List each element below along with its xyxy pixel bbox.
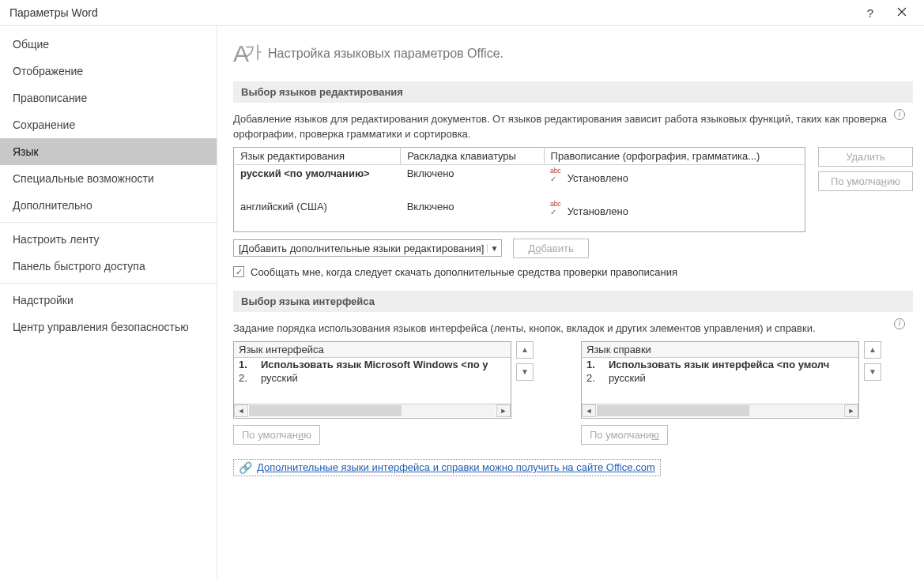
ui-language-list[interactable]: Язык интерфейса 1.Использовать язык Micr… [233, 341, 511, 419]
notify-download-checkbox[interactable]: ✓ [233, 266, 244, 277]
scroll-left-icon[interactable]: ◄ [234, 404, 248, 417]
titlebar: Параметры Word ? [0, 0, 924, 25]
scroll-right-icon[interactable]: ► [844, 404, 858, 417]
sidebar-item[interactable]: Сохранение [0, 111, 217, 138]
close-button[interactable] [886, 7, 918, 19]
chevron-down-icon: ▼ [487, 244, 501, 253]
ui-default-button[interactable]: По умолчанию [233, 425, 320, 445]
sidebar-item[interactable]: Общие [0, 31, 217, 58]
add-language-combo[interactable]: [Добавить дополнительные языки редактиро… [233, 239, 502, 257]
sidebar-item[interactable]: Правописание [0, 85, 217, 111]
sidebar-item[interactable]: Язык [0, 138, 217, 165]
language-logo-icon: A가 [233, 40, 257, 67]
delete-button[interactable]: Удалить [818, 147, 913, 167]
sidebar-item[interactable]: Специальные возможности [0, 165, 217, 192]
main-panel: A가 Настройка языковых параметров Office.… [217, 26, 924, 578]
move-down-button[interactable]: ▼ [516, 363, 534, 381]
h-scrollbar[interactable]: ◄ ► [234, 404, 511, 418]
link-icon: 🔗 [239, 461, 252, 474]
help-language-list-header: Язык справки [582, 342, 858, 358]
sidebar-item[interactable]: Настроить ленту [0, 226, 217, 253]
info-icon[interactable]: i [894, 109, 905, 120]
col-layout[interactable]: Раскладка клавиатуры [401, 147, 544, 164]
move-up-button[interactable]: ▲ [864, 341, 881, 359]
list-item[interactable]: 2.русский [582, 371, 858, 385]
list-item[interactable]: 1.Использовать язык Microsoft Windows <п… [234, 358, 511, 371]
list-item[interactable]: 1.Использовать язык интерфейса <по умолч [582, 358, 858, 371]
scroll-left-icon[interactable]: ◄ [582, 404, 596, 417]
list-item[interactable]: 2.русский [234, 371, 511, 385]
help-default-button[interactable]: По умолчанию [581, 425, 668, 445]
ui-language-list-header: Язык интерфейса [234, 342, 511, 358]
section-ui-language-header: Выбор языка интерфейса [233, 291, 913, 312]
proofing-icon: abc✓ [550, 167, 564, 183]
set-default-button[interactable]: По умолчанию [818, 171, 913, 191]
proofing-icon: abc✓ [550, 201, 564, 216]
add-language-button[interactable]: Добавить [513, 239, 589, 258]
notify-download-label: Сообщать мне, когда следует скачать допо… [251, 266, 677, 278]
sidebar-item[interactable]: Надстройки [0, 287, 217, 314]
move-down-button[interactable]: ▼ [864, 363, 881, 381]
table-row[interactable]: русский <по умолчанию>Включеноabc✓ Устан… [234, 164, 805, 198]
page-heading: Настройка языковых параметров Office. [268, 47, 503, 61]
more-languages-link[interactable]: Дополнительные языки интерфейса и справк… [257, 461, 655, 473]
editing-languages-desc: Добавление языков для редактирования док… [233, 112, 913, 142]
col-proof[interactable]: Правописание (орфография, грамматика...) [544, 147, 805, 164]
section-editing-languages-header: Выбор языков редактирования [233, 81, 913, 103]
h-scrollbar[interactable]: ◄ ► [582, 404, 858, 418]
sidebar: ОбщиеОтображениеПравописаниеСохранениеЯз… [0, 26, 217, 578]
move-up-button[interactable]: ▲ [516, 341, 534, 359]
table-row[interactable]: английский (США)Включеноabc✓ Установлено [234, 198, 805, 232]
col-lang[interactable]: Язык редактирования [234, 147, 401, 164]
help-language-list[interactable]: Язык справки 1.Использовать язык интерфе… [581, 341, 859, 419]
sidebar-item[interactable]: Дополнительно [0, 192, 217, 219]
info-icon[interactable]: i [894, 318, 905, 329]
sidebar-item[interactable]: Центр управления безопасностью [0, 314, 217, 340]
sidebar-item[interactable]: Панель быстрого доступа [0, 253, 217, 280]
help-button[interactable]: ? [854, 6, 886, 20]
close-icon [897, 7, 907, 17]
window-title: Параметры Word [9, 6, 854, 19]
sidebar-item[interactable]: Отображение [0, 58, 217, 85]
editing-languages-table[interactable]: Язык редактирования Раскладка клавиатуры… [233, 147, 805, 232]
more-languages-link-row[interactable]: 🔗 Дополнительные языки интерфейса и спра… [233, 459, 661, 476]
scroll-right-icon[interactable]: ► [496, 404, 511, 417]
ui-language-desc: Задание порядка использования языков инт… [233, 321, 913, 336]
